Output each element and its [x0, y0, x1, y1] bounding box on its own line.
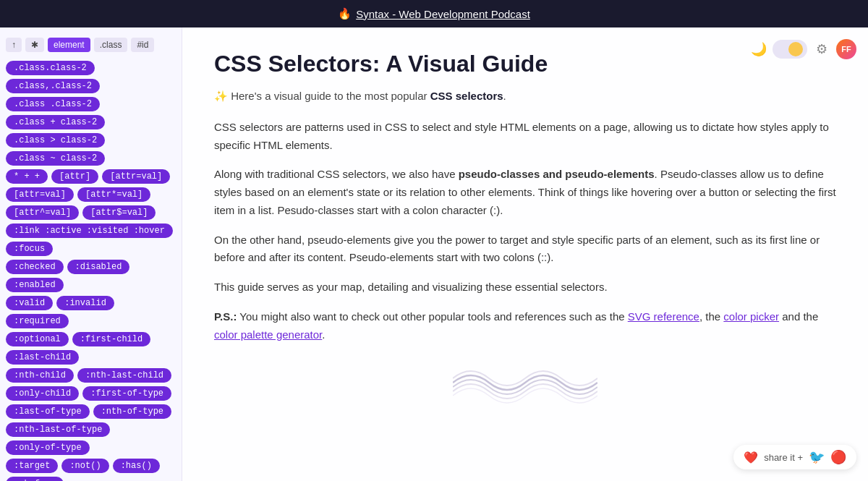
- pill-optional[interactable]: :optional: [6, 332, 69, 346]
- avatar[interactable]: FF: [836, 39, 856, 59]
- topbar: 🔥 Syntax - Web Development Podcast: [0, 0, 868, 27]
- twitter-icon[interactable]: 🐦: [809, 449, 825, 465]
- article-ps: P.S.: You might also want to check out o…: [214, 308, 836, 344]
- pill-invalid[interactable]: :invalid: [56, 296, 114, 310]
- ps-link-color-picker[interactable]: color picker: [723, 310, 779, 323]
- pills-row-pseudo6: :only-child :first-of-type: [6, 386, 174, 401]
- share-label: share it +: [764, 452, 803, 463]
- settings-button[interactable]: ⚙: [813, 40, 830, 59]
- pill-class-space-class2[interactable]: .class .class-2: [6, 97, 100, 111]
- pill-attr-eq-val[interactable]: [attr=val]: [6, 187, 74, 202]
- pill-class-class2[interactable]: .class.class-2: [6, 61, 95, 75]
- pills-row-pseudo1: :link :active :visited :hover :focus: [6, 224, 174, 256]
- share-bar: ❤️ share it + 🐦 🔴: [733, 445, 856, 469]
- subtitle-text: Here's a visual guide to the most popula…: [231, 90, 430, 102]
- pill-only-child[interactable]: :only-child: [6, 386, 79, 401]
- pill-nth-last-of-type[interactable]: :nth-last-of-type: [6, 422, 110, 437]
- wave-illustration: [214, 361, 836, 404]
- pill-class-plus-class2[interactable]: .class + class-2: [6, 115, 105, 129]
- pill-star-plus-plus[interactable]: * + +: [6, 169, 48, 184]
- pill-required[interactable]: :required: [6, 314, 69, 328]
- article-subtitle: ✨ Here's a visual guide to the most popu…: [214, 88, 836, 106]
- pill-not[interactable]: :not(): [61, 459, 109, 473]
- article: CSS Selectors: A Visual Guide ✨ Here's a…: [214, 51, 836, 404]
- topbar-link[interactable]: Syntax - Web Development Podcast: [356, 8, 530, 20]
- pill-nth-of-type[interactable]: :nth-of-type: [93, 404, 171, 419]
- topbar-emoji: 🔥: [338, 7, 352, 20]
- para2-start: Along with traditional CSS selectors, we…: [214, 168, 459, 180]
- ps-period: .: [322, 328, 325, 341]
- pill-attr-dollar-val[interactable]: [attr$=val]: [82, 205, 156, 220]
- pill-focus[interactable]: :focus: [6, 242, 53, 256]
- nav-class-button[interactable]: .class: [94, 38, 128, 52]
- pill-nth-child[interactable]: :nth-child: [6, 368, 74, 383]
- subtitle-end: .: [503, 90, 506, 102]
- moon-icon: 🌙: [751, 41, 767, 57]
- reddit-icon[interactable]: 🔴: [830, 449, 846, 465]
- nav-element-button[interactable]: element: [48, 38, 90, 52]
- main-layout: ↑ ✱ element .class #id .class.class-2 .c…: [0, 0, 868, 481]
- header-icons: 🌙 ⚙ FF: [751, 39, 856, 59]
- pills-row-3: .class > class-2 .class ~ class-2: [6, 133, 174, 166]
- pills-row-pseudo9: :target :not() :has() ::before: [6, 459, 174, 481]
- article-title: CSS Selectors: A Visual Guide: [214, 51, 836, 77]
- pills-row-pseudo2: :checked :disabled :enabled: [6, 260, 174, 292]
- main-content: 🌙 ⚙ FF CSS Selectors: A Visual Guide ✨ H…: [182, 27, 868, 481]
- subtitle-emoji: ✨: [214, 90, 228, 102]
- pill-before[interactable]: ::before: [6, 477, 64, 481]
- pill-enabled[interactable]: :enabled: [6, 278, 64, 292]
- pill-attr[interactable]: [attr]: [51, 169, 98, 184]
- pill-last-of-type[interactable]: :last-of-type: [6, 404, 90, 419]
- ps-and: and the: [779, 310, 818, 323]
- theme-toggle[interactable]: [773, 40, 807, 59]
- pill-class-comma-class2[interactable]: .class,.class-2: [6, 79, 100, 93]
- article-para4: This guide serves as your map, detailing…: [214, 278, 836, 297]
- wave-svg: [453, 361, 597, 404]
- pills-row-6: [attr^=val] [attr$=val]: [6, 205, 174, 220]
- pill-attr-caret-val[interactable]: [attr^=val]: [6, 205, 79, 220]
- ps-text: You might also want to check out other p…: [237, 310, 627, 323]
- nav-asterisk-button[interactable]: ✱: [25, 38, 44, 52]
- para2-strong: pseudo-classes and pseudo-elements: [459, 168, 655, 180]
- pills-row-1: .class.class-2 .class,.class-2: [6, 61, 174, 93]
- sidebar: ↑ ✱ element .class #id .class.class-2 .c…: [0, 27, 182, 481]
- pill-attr-val[interactable]: [attr=val]: [102, 169, 170, 184]
- pill-only-of-type[interactable]: :only-of-type: [6, 440, 90, 455]
- pill-has[interactable]: :has(): [113, 459, 160, 473]
- nav-id-button[interactable]: #id: [131, 38, 154, 52]
- ps-comma: , the: [699, 310, 723, 323]
- pills-row-pseudo3: :valid :invalid :required: [6, 296, 174, 328]
- pill-class-gt-class2[interactable]: .class > class-2: [6, 133, 105, 148]
- pill-first-child[interactable]: :first-child: [72, 332, 150, 346]
- ps-link-palette[interactable]: color palette generator: [214, 328, 322, 341]
- ps-strong: P.S.:: [214, 310, 237, 323]
- pill-attr-star-val[interactable]: [attr*=val]: [77, 187, 150, 202]
- article-para1: CSS selectors are patterns used in CSS t…: [214, 119, 836, 155]
- share-heart-icon: ❤️: [744, 451, 758, 464]
- pill-first-of-type[interactable]: :first-of-type: [82, 386, 171, 401]
- pill-class-tilde-class2[interactable]: .class ~ class-2: [6, 151, 105, 166]
- pill-checked[interactable]: :checked: [6, 260, 64, 274]
- nav-toolbar: ↑ ✱ element .class #id: [6, 38, 174, 52]
- article-para3: On the other hand, pseudo-elements give …: [214, 231, 836, 268]
- pill-valid[interactable]: :valid: [6, 296, 53, 310]
- pill-link-active-visited-hover[interactable]: :link :active :visited :hover: [6, 224, 173, 238]
- article-para2: Along with traditional CSS selectors, we…: [214, 166, 836, 219]
- pill-disabled[interactable]: :disabled: [67, 260, 130, 274]
- pills-row-pseudo5: :nth-child :nth-last-child: [6, 368, 174, 383]
- pills-row-pseudo8: :nth-last-of-type :only-of-type: [6, 422, 174, 455]
- pill-last-child[interactable]: :last-child: [6, 350, 79, 365]
- pills-row-2: .class .class-2 .class + class-2: [6, 97, 174, 129]
- nav-up-button[interactable]: ↑: [6, 38, 22, 52]
- subtitle-strong: CSS selectors: [430, 90, 503, 102]
- pills-row-4: * + + [attr] [attr=val]: [6, 169, 174, 184]
- pills-row-pseudo4: :optional :first-child :last-child: [6, 332, 174, 365]
- pills-row-pseudo7: :last-of-type :nth-of-type: [6, 404, 174, 419]
- pills-row-5: [attr=val] [attr*=val]: [6, 187, 174, 202]
- toggle-knob: [788, 42, 803, 56]
- pill-target[interactable]: :target: [6, 459, 58, 473]
- pill-nth-last-child[interactable]: :nth-last-child: [77, 368, 171, 383]
- ps-link-svg[interactable]: SVG reference: [628, 310, 699, 323]
